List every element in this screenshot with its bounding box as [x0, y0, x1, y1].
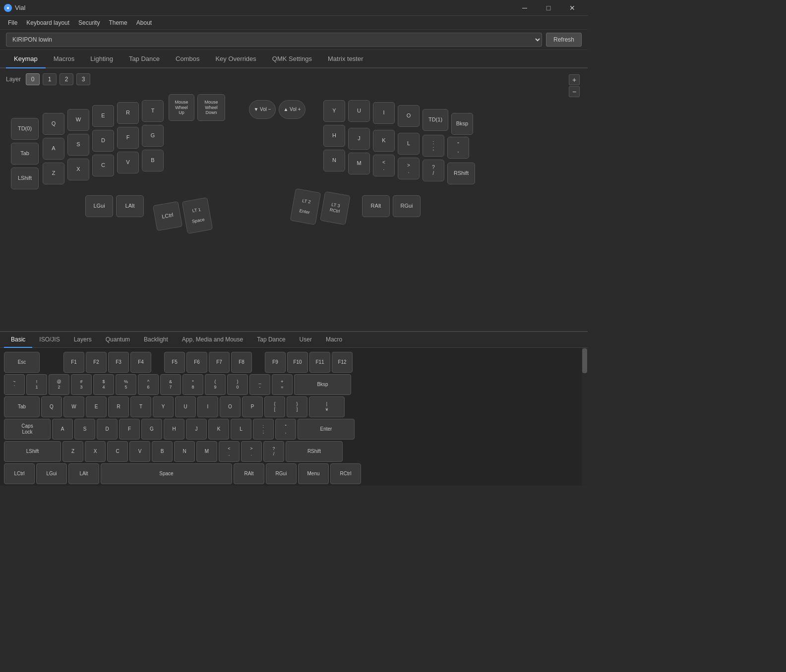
- gkey-grid-j[interactable]: J: [186, 419, 207, 440]
- key-f[interactable]: F: [117, 127, 139, 149]
- key-mouse-wheel-down[interactable]: MouseWheelDown: [197, 94, 225, 121]
- gkey-f10[interactable]: F10: [287, 352, 308, 373]
- gkey-minus[interactable]: _-: [249, 374, 270, 395]
- key-s[interactable]: S: [67, 134, 89, 156]
- gkey-grid-g[interactable]: G: [141, 419, 162, 440]
- gkey-lshift[interactable]: LShift: [4, 441, 61, 462]
- btab-basic[interactable]: Basic: [4, 332, 32, 348]
- gkey-0[interactable]: )0: [227, 374, 248, 395]
- gkey-lbracket[interactable]: {[: [264, 396, 285, 417]
- gkey-f3[interactable]: F3: [108, 352, 129, 373]
- key-x[interactable]: X: [67, 159, 89, 180]
- gkey-f12[interactable]: F12: [332, 352, 353, 373]
- gkey-lctrl[interactable]: LCtrl: [4, 463, 35, 484]
- key-question[interactable]: ?/: [423, 160, 444, 181]
- gkey-f4[interactable]: F4: [130, 352, 151, 373]
- key-lalt[interactable]: LAlt: [116, 195, 144, 217]
- gkey-grid-q[interactable]: Q: [41, 396, 62, 417]
- btab-backlight[interactable]: Backlight: [137, 332, 175, 348]
- gkey-grid-r[interactable]: R: [108, 396, 129, 417]
- gkey-tab[interactable]: Tab: [4, 396, 40, 417]
- btab-iso-jis[interactable]: ISO/JIS: [32, 332, 66, 348]
- gkey-9[interactable]: (9: [205, 374, 226, 395]
- tab-key-overrides[interactable]: Key Overrides: [207, 50, 264, 68]
- tab-combos[interactable]: Combos: [168, 50, 207, 68]
- tab-keymap[interactable]: Keymap: [6, 50, 46, 68]
- key-tab[interactable]: Tab: [11, 143, 39, 165]
- btab-quantum[interactable]: Quantum: [99, 332, 137, 348]
- key-lt1-space[interactable]: LT 1Space: [182, 197, 213, 234]
- gkey-f11[interactable]: F11: [309, 352, 330, 373]
- maximize-button[interactable]: □: [537, 0, 560, 16]
- btab-app-media[interactable]: App, Media and Mouse: [175, 332, 250, 348]
- refresh-button[interactable]: Refresh: [546, 33, 582, 47]
- gkey-5[interactable]: %5: [116, 374, 136, 395]
- btab-macro[interactable]: Macro: [319, 332, 349, 348]
- gkey-space[interactable]: Space: [101, 463, 232, 484]
- key-g[interactable]: G: [142, 125, 164, 147]
- gkey-enter[interactable]: Enter: [298, 419, 355, 440]
- gkey-lalt[interactable]: LAlt: [68, 463, 99, 484]
- key-lctrl[interactable]: LCtrl: [153, 201, 182, 231]
- key-bksp[interactable]: Bksp: [451, 113, 473, 135]
- key-l[interactable]: L: [398, 133, 420, 155]
- gkey-f8[interactable]: F8: [231, 352, 252, 373]
- gkey-f7[interactable]: F7: [209, 352, 230, 373]
- gkey-grid-z[interactable]: Z: [62, 441, 83, 462]
- gkey-grid-y[interactable]: Y: [153, 396, 174, 417]
- gkey-1[interactable]: !1: [26, 374, 47, 395]
- gkey-grid-l[interactable]: L: [231, 419, 251, 440]
- key-lshift[interactable]: LShift: [11, 168, 39, 189]
- gkey-grid-p[interactable]: P: [242, 396, 263, 417]
- key-c[interactable]: C: [92, 155, 114, 176]
- key-i[interactable]: I: [373, 102, 395, 124]
- gkey-grid-f[interactable]: F: [119, 419, 140, 440]
- gkey-3[interactable]: #3: [71, 374, 92, 395]
- key-a[interactable]: A: [43, 138, 64, 160]
- key-u[interactable]: U: [348, 100, 370, 122]
- menu-security[interactable]: Security: [74, 17, 104, 28]
- key-h[interactable]: H: [323, 125, 345, 147]
- gkey-slash[interactable]: ?/: [263, 441, 284, 462]
- menu-keyboard-layout[interactable]: Keyboard layout: [22, 17, 73, 28]
- key-w[interactable]: W: [67, 109, 89, 131]
- gkey-grid-d[interactable]: D: [97, 419, 118, 440]
- gkey-grid-w[interactable]: W: [63, 396, 84, 417]
- tab-qmk-settings[interactable]: QMK Settings: [264, 50, 320, 68]
- key-ralt[interactable]: RAlt: [362, 195, 390, 217]
- gkey-2[interactable]: @2: [49, 374, 69, 395]
- key-rshift[interactable]: RShift: [447, 163, 475, 184]
- tab-matrix-tester[interactable]: Matrix tester: [320, 50, 371, 68]
- key-vol-plus[interactable]: ▲ Vol +: [279, 100, 305, 119]
- key-rgui[interactable]: RGui: [393, 195, 421, 217]
- gkey-semicolon[interactable]: :;: [253, 419, 274, 440]
- btab-user[interactable]: User: [293, 332, 319, 348]
- gkey-rbracket[interactable]: }]: [287, 396, 307, 417]
- key-lt3-rctrl[interactable]: LT 3RCtrl: [320, 191, 351, 225]
- key-v[interactable]: V: [117, 152, 139, 173]
- gkey-8[interactable]: *8: [182, 374, 203, 395]
- gkey-lgui[interactable]: LGui: [36, 463, 67, 484]
- gkey-f2[interactable]: F2: [86, 352, 107, 373]
- layer-btn-0[interactable]: 0: [26, 73, 40, 85]
- gkey-esc[interactable]: Esc: [4, 352, 40, 373]
- gkey-f6[interactable]: F6: [186, 352, 207, 373]
- gkey-grid-b[interactable]: B: [152, 441, 173, 462]
- layer-btn-1[interactable]: 1: [43, 73, 57, 85]
- device-selector[interactable]: KIRIPON lowin: [6, 33, 542, 47]
- key-lgui[interactable]: LGui: [85, 195, 113, 217]
- key-z[interactable]: Z: [43, 163, 64, 184]
- gkey-rshift[interactable]: RShift: [286, 441, 343, 462]
- gkey-period[interactable]: >.: [241, 441, 262, 462]
- gkey-yen[interactable]: |¥: [309, 396, 345, 417]
- gkey-grid-e[interactable]: E: [86, 396, 107, 417]
- gkey-grid-s[interactable]: S: [74, 419, 95, 440]
- key-d[interactable]: D: [92, 130, 114, 152]
- key-b[interactable]: B: [142, 150, 164, 171]
- tab-macros[interactable]: Macros: [46, 50, 83, 68]
- gkey-grid-m[interactable]: M: [196, 441, 217, 462]
- menu-about[interactable]: About: [132, 17, 156, 28]
- key-gt[interactable]: >.: [398, 158, 420, 179]
- scrollbar[interactable]: [582, 348, 588, 486]
- gkey-f5[interactable]: F5: [164, 352, 185, 373]
